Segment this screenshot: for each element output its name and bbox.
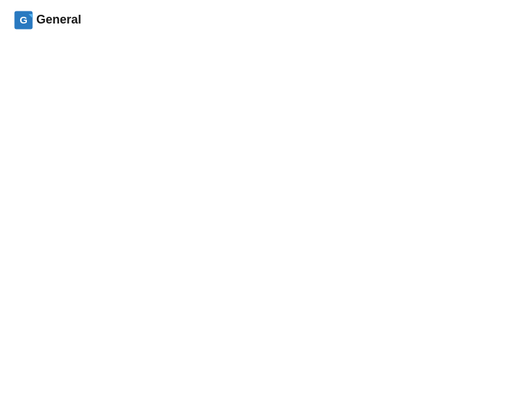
header: G General [13,10,519,30]
logo-line1: General [36,13,81,28]
page: G General [0,0,532,46]
logo: G General [13,10,81,30]
svg-text:G: G [19,14,28,26]
logo-icon: G [13,10,34,30]
logo-text: General [36,13,81,28]
